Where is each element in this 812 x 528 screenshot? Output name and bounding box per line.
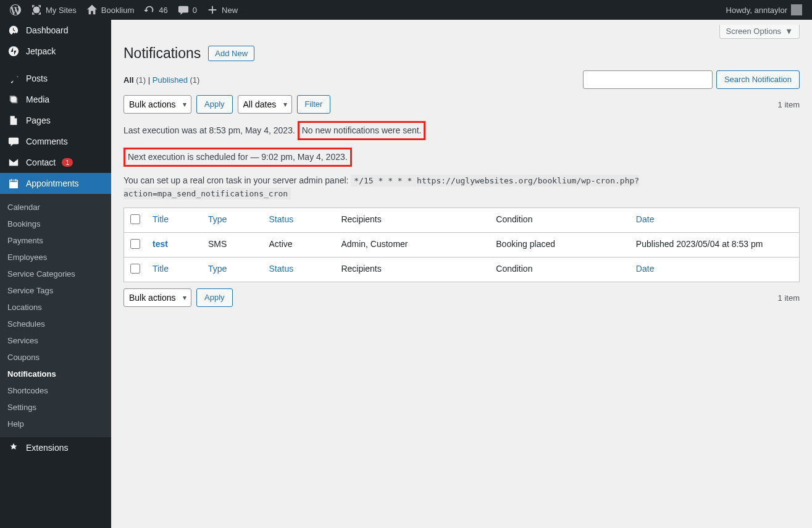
site-name-label: Booklium [101, 6, 134, 15]
row-checkbox[interactable] [130, 239, 140, 249]
dashboard-icon [7, 25, 20, 36]
admin-multisite-icon [31, 4, 42, 15]
row-title-link[interactable]: test [153, 239, 168, 249]
avatar [791, 4, 802, 15]
sidebar-label: Dashboard [26, 25, 69, 35]
submenu-service-categories[interactable]: Service Categories [0, 266, 111, 282]
page-icon [7, 115, 20, 126]
col-type[interactable]: Type [208, 214, 227, 224]
chevron-down-icon: ▼ [785, 27, 793, 36]
cron-info-text: You can set up a real cron task in your … [123, 174, 800, 200]
calendar-icon [7, 178, 20, 189]
admin-sidebar: Dashboard Jetpack Posts Media Pages Comm… [0, 20, 111, 528]
add-new-button[interactable]: Add New [208, 46, 254, 61]
screen-options-button[interactable]: Screen Options ▼ [719, 25, 800, 39]
account-link[interactable]: Howdy, anntaylor [721, 0, 807, 20]
main-content: Screen Options ▼ Notifications Add New A… [111, 20, 812, 528]
col-type-foot[interactable]: Type [208, 264, 227, 274]
submenu-notifications[interactable]: Notifications [0, 366, 111, 382]
apply-button-bottom[interactable]: Apply [196, 288, 233, 307]
new-link[interactable]: New [202, 0, 243, 20]
my-sites-link[interactable]: My Sites [26, 0, 82, 20]
col-status[interactable]: Status [269, 214, 294, 224]
submenu-service-tags[interactable]: Service Tags [0, 282, 111, 299]
status-filters: All (1) | Published (1) [123, 75, 199, 85]
col-recipients: Recipients [335, 208, 490, 233]
appointments-submenu: Calendar Bookings Payments Employees Ser… [0, 194, 111, 437]
row-condition: Booking placed [490, 233, 630, 257]
sidebar-item-posts[interactable]: Posts [0, 68, 111, 89]
sidebar-item-extensions[interactable]: Extensions [0, 437, 111, 458]
row-recipients: Admin, Customer [335, 233, 490, 257]
submenu-calendar[interactable]: Calendar [0, 199, 111, 216]
bulk-actions-select[interactable]: Bulk actions [123, 95, 191, 114]
extensions-icon [7, 442, 20, 453]
submenu-shortcodes[interactable]: Shortcodes [0, 382, 111, 399]
submenu-bookings[interactable]: Bookings [0, 216, 111, 232]
search-button[interactable]: Search Notification [716, 70, 800, 89]
sidebar-item-contact[interactable]: Contact 1 [0, 152, 111, 173]
row-type: SMS [202, 233, 263, 257]
published-filter[interactable]: Published [153, 75, 188, 85]
sidebar-label: Comments [26, 136, 68, 146]
all-filter[interactable]: All [123, 75, 134, 85]
sidebar-label: Extensions [26, 443, 68, 453]
col-date-foot[interactable]: Date [636, 264, 655, 274]
submenu-settings[interactable]: Settings [0, 399, 111, 416]
wp-logo[interactable] [5, 0, 26, 20]
submenu-help[interactable]: Help [0, 416, 111, 432]
next-execution-text: Next execution is scheduled for — 9:02 p… [123, 148, 800, 167]
sidebar-item-dashboard[interactable]: Dashboard [0, 20, 111, 41]
screen-options-label: Screen Options [726, 27, 782, 36]
col-condition-foot: Condition [490, 257, 630, 282]
submenu-payments[interactable]: Payments [0, 232, 111, 249]
updates-count: 46 [159, 6, 167, 15]
apply-button[interactable]: Apply [196, 95, 233, 114]
last-execution-text: Last execution was at 8:53 pm, May 4, 20… [123, 121, 800, 140]
sidebar-label: Media [26, 94, 49, 104]
media-icon [7, 94, 20, 105]
item-count: 1 item [778, 100, 800, 109]
col-title[interactable]: Title [153, 214, 169, 224]
submenu-locations[interactable]: Locations [0, 299, 111, 316]
wordpress-icon [10, 4, 21, 15]
submenu-services[interactable]: Services [0, 332, 111, 349]
col-date[interactable]: Date [636, 214, 655, 224]
sidebar-item-pages[interactable]: Pages [0, 110, 111, 131]
sidebar-label: Appointments [26, 178, 79, 188]
contact-badge: 1 [62, 158, 73, 167]
col-recipients-foot: Recipients [335, 257, 490, 282]
page-title: Notifications [123, 45, 201, 62]
select-all-checkbox[interactable] [130, 214, 140, 224]
cron-intro: You can set up a real cron task in your … [123, 175, 351, 185]
sidebar-item-media[interactable]: Media [0, 89, 111, 110]
jetpack-icon [7, 46, 20, 57]
sidebar-item-appointments[interactable]: Appointments [0, 173, 111, 194]
row-status: Active [263, 233, 335, 257]
new-label: New [222, 6, 238, 15]
sidebar-item-jetpack[interactable]: Jetpack [0, 41, 111, 62]
comments-link[interactable]: 0 [173, 0, 202, 20]
comments-count: 0 [193, 6, 197, 15]
updates-link[interactable]: 46 [139, 0, 172, 20]
bulk-actions-select-bottom[interactable]: Bulk actions [123, 288, 191, 307]
svg-rect-1 [10, 182, 18, 188]
howdy-label: Howdy, anntaylor [726, 6, 787, 15]
site-link[interactable]: Booklium [82, 0, 139, 20]
all-count: (1) [136, 75, 146, 85]
select-all-checkbox-foot[interactable] [130, 264, 140, 274]
col-status-foot[interactable]: Status [269, 264, 294, 274]
sidebar-label: Posts [26, 73, 48, 83]
filter-button[interactable]: Filter [297, 95, 331, 114]
sidebar-item-comments[interactable]: Comments [0, 131, 111, 152]
sidebar-label: Jetpack [26, 46, 56, 56]
row-date: Published 2023/05/04 at 8:53 pm [630, 233, 799, 257]
submenu-schedules[interactable]: Schedules [0, 316, 111, 332]
date-filter-select[interactable]: All dates [238, 95, 292, 114]
col-title-foot[interactable]: Title [153, 264, 169, 274]
submenu-employees[interactable]: Employees [0, 249, 111, 266]
admin-bar: My Sites Booklium 46 0 New [0, 0, 812, 20]
svg-point-0 [9, 46, 19, 56]
search-input[interactable] [583, 70, 713, 89]
submenu-coupons[interactable]: Coupons [0, 349, 111, 366]
